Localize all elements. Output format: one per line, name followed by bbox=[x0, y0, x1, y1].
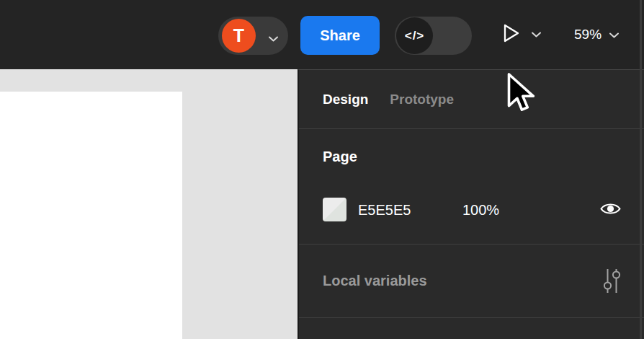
share-button[interactable]: Share bbox=[300, 16, 380, 55]
avatar[interactable]: T bbox=[222, 19, 256, 53]
account-menu[interactable]: T bbox=[218, 17, 288, 55]
eye-icon[interactable] bbox=[599, 201, 622, 220]
toolbar: T Share </> 59% bbox=[0, 0, 644, 69]
page-color-opacity-field[interactable]: 100% bbox=[462, 202, 499, 219]
page-color-swatch[interactable] bbox=[323, 198, 346, 221]
canvas[interactable] bbox=[0, 69, 298, 339]
canvas-frame[interactable] bbox=[0, 92, 182, 339]
chevron-down-icon bbox=[531, 28, 542, 41]
sliders-icon[interactable] bbox=[601, 268, 622, 294]
dev-mode-toggle[interactable]: </> bbox=[395, 17, 472, 55]
chevron-down-icon bbox=[268, 32, 279, 45]
tab-design[interactable]: Design bbox=[323, 92, 368, 107]
page-section-title: Page bbox=[323, 149, 357, 165]
present-button[interactable] bbox=[502, 0, 542, 69]
local-variables-label: Local variables bbox=[323, 273, 427, 289]
code-icon: </> bbox=[396, 17, 433, 54]
properties-panel: Design Prototype Page E5E5E5 100% Local … bbox=[298, 69, 644, 339]
panel-tabs: Design Prototype bbox=[299, 70, 644, 128]
play-icon bbox=[502, 22, 521, 47]
page-section: Page E5E5E5 100% bbox=[299, 129, 644, 244]
local-variables-section[interactable]: Local variables bbox=[299, 245, 644, 317]
chevron-down-icon bbox=[609, 27, 620, 43]
zoom-menu[interactable]: 59% bbox=[574, 0, 620, 69]
page-color-hex-field[interactable]: E5E5E5 bbox=[358, 202, 411, 219]
divider bbox=[299, 317, 644, 318]
tab-prototype[interactable]: Prototype bbox=[390, 92, 454, 107]
window-edge bbox=[640, 0, 642, 339]
zoom-level: 59% bbox=[574, 27, 601, 43]
